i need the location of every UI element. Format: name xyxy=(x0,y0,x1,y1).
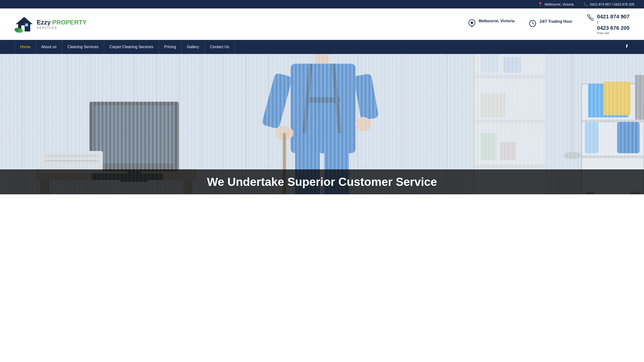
header-trading-content: 24/7 Trading Hour xyxy=(540,19,572,24)
header-trading-label: 24/7 Trading Hour xyxy=(540,19,572,24)
topbar-location-text: Melbourne, Victoria xyxy=(545,3,574,6)
header-phone-content: 0421 874 907 / 0423 676 205 Free call xyxy=(597,14,630,35)
hero-section: We Undertake Superior Customer Service xyxy=(0,54,644,194)
header-phone-slash: / xyxy=(597,20,630,25)
nav-item-pricing[interactable]: Pricing xyxy=(159,40,182,54)
header-phone-icon xyxy=(587,14,594,23)
header-location-icon xyxy=(468,19,475,29)
header: Ezzy PROPERTY SERVICES Melbourne, Victor… xyxy=(0,9,644,40)
logo-icon xyxy=(14,16,34,33)
nav-item-about[interactable]: About us xyxy=(36,40,62,54)
header-free-call: Free call xyxy=(597,31,630,35)
nav-links: Home About us Cleaning Services Carpet C… xyxy=(14,40,235,54)
header-location: Melbourne, Victoria xyxy=(468,19,514,29)
logo[interactable]: Ezzy PROPERTY SERVICES xyxy=(14,16,87,33)
nav-item-cleaning[interactable]: Cleaning Services xyxy=(62,40,104,54)
nav-item-contact[interactable]: Contact Us xyxy=(205,40,235,54)
facebook-link[interactable] xyxy=(624,44,630,50)
hero-headline: We Undertake Superior Customer Service xyxy=(10,175,634,188)
header-phone1: 0421 874 907 xyxy=(597,14,630,20)
hero-overlay: We Undertake Superior Customer Service xyxy=(0,169,644,194)
phone-icon: 📞 xyxy=(583,2,588,7)
header-trading: 24/7 Trading Hour xyxy=(529,19,572,29)
topbar-phone: 📞 0421 874 907 / 0423 676 205 xyxy=(583,2,634,7)
nav-item-gallery[interactable]: Gallery xyxy=(182,40,205,54)
header-info: Melbourne, Victoria 24/7 Trading Hour xyxy=(468,14,630,35)
svg-rect-5 xyxy=(25,24,28,26)
header-phone2: 0423 676 205 xyxy=(597,25,630,31)
header-phone: 0421 874 907 / 0423 676 205 Free call xyxy=(587,14,630,35)
top-bar: 📍 Melbourne, Victoria 📞 0421 874 907 / 0… xyxy=(0,0,644,9)
topbar-phone-text: 0421 874 907 / 0423 676 205 xyxy=(590,3,634,6)
header-location-content: Melbourne, Victoria xyxy=(479,19,514,23)
navigation: Home About us Cleaning Services Carpet C… xyxy=(0,40,644,54)
svg-point-7 xyxy=(471,22,473,24)
nav-item-home[interactable]: Home xyxy=(14,40,36,54)
header-location-label: Melbourne, Victoria xyxy=(479,19,514,23)
logo-property: PROPERTY xyxy=(52,19,87,26)
svg-line-11 xyxy=(532,24,534,24)
svg-point-4 xyxy=(14,28,19,32)
topbar-location: 📍 Melbourne, Victoria xyxy=(538,2,574,7)
logo-text: Ezzy PROPERTY SERVICES xyxy=(37,19,87,30)
nav-item-carpet[interactable]: Carpet Cleaning Services xyxy=(104,40,159,54)
logo-ezzy: Ezzy xyxy=(37,19,51,26)
location-icon: 📍 xyxy=(538,2,543,7)
logo-services: SERVICES xyxy=(37,26,87,30)
header-clock-icon xyxy=(529,20,536,29)
